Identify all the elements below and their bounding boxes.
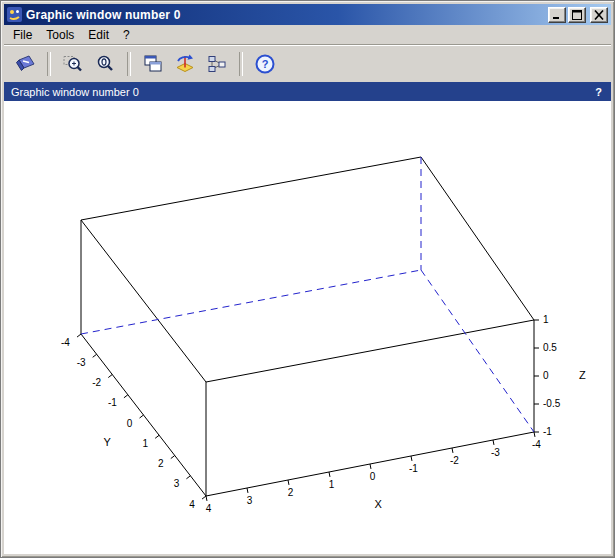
dockbar: Graphic window number 0 ? — [4, 82, 611, 101]
axes3d-plot: -4-3-2-101234Y43210-1-2-3-4X10.50-0.5-1Z — [4, 101, 611, 554]
menubar: FileToolsEdit? — [4, 25, 611, 44]
x-tick-label: 1 — [329, 479, 335, 490]
y-axis: -4-3-2-101234Y — [61, 334, 206, 510]
z-axis-label: Z — [579, 369, 586, 381]
z-tick-label: 0 — [543, 370, 549, 381]
menu-item-edit[interactable]: Edit — [81, 26, 116, 44]
x-tick-label: 4 — [206, 503, 212, 514]
unzoom-icon — [94, 53, 116, 75]
x-tick-label: -2 — [450, 455, 459, 466]
y-tick-label: 0 — [127, 418, 133, 429]
z-tick-label: -0.5 — [543, 398, 561, 409]
app-icon — [7, 7, 22, 22]
x-tick-label: 2 — [288, 487, 294, 498]
minimize-icon — [551, 10, 563, 20]
window-title: Graphic window number 0 — [26, 8, 542, 22]
minimize-button[interactable] — [548, 7, 566, 23]
menu-item-tools[interactable]: Tools — [39, 26, 81, 44]
help-icon: ? — [254, 53, 276, 75]
y-axis-label: Y — [103, 436, 111, 448]
print-export-button[interactable] — [9, 48, 41, 80]
menu-item-file[interactable]: File — [6, 26, 39, 44]
close-icon — [593, 10, 605, 20]
help-button[interactable]: ? — [249, 48, 281, 80]
toolbar-separator — [47, 52, 51, 76]
toolbar: ? — [4, 44, 611, 82]
titlebar[interactable]: Graphic window number 0 — [4, 4, 611, 25]
copy-button[interactable] — [137, 48, 169, 80]
svg-text:?: ? — [262, 58, 269, 70]
x-axis: 43210-1-2-3-4X — [206, 432, 542, 514]
z-tick-label: 0.5 — [543, 342, 557, 353]
graph-editor-button[interactable] — [201, 48, 233, 80]
y-tick-label: 3 — [174, 478, 180, 489]
y-tick-label: -2 — [92, 377, 101, 388]
dockbar-help-button[interactable]: ? — [593, 86, 604, 98]
z-tick-label: 1 — [543, 314, 549, 325]
graphic-window: Graphic window number 0 FileToolsEdit? ?… — [0, 0, 615, 558]
rotate-3d-icon — [174, 53, 196, 75]
box-hidden-edges — [81, 157, 534, 432]
z-axis: 10.50-0.5-1Z — [534, 314, 586, 437]
x-tick-label: 3 — [247, 495, 253, 506]
maximize-button[interactable] — [568, 7, 586, 23]
close-button[interactable] — [590, 7, 608, 23]
box-visible-edges — [81, 157, 534, 496]
y-tick-label: 1 — [142, 438, 148, 449]
x-tick-label: -3 — [491, 447, 500, 458]
menu-item-help[interactable]: ? — [116, 26, 137, 44]
copy-icon — [142, 53, 164, 75]
toolbar-separator — [127, 52, 131, 76]
y-tick-label: -3 — [77, 357, 86, 368]
rotate-3d-button[interactable] — [169, 48, 201, 80]
dockbar-title: Graphic window number 0 — [11, 86, 139, 98]
x-axis-label: X — [374, 498, 382, 510]
unzoom-button[interactable] — [89, 48, 121, 80]
y-tick-label: -4 — [61, 337, 70, 348]
graph-editor-icon — [206, 53, 228, 75]
x-tick-label: -4 — [532, 439, 541, 450]
x-tick-label: 0 — [370, 471, 376, 482]
toolbar-separator — [239, 52, 243, 76]
x-tick-label: -1 — [409, 463, 418, 474]
plot-canvas[interactable]: -4-3-2-101234Y43210-1-2-3-4X10.50-0.5-1Z — [4, 101, 611, 554]
y-tick-label: -1 — [108, 397, 117, 408]
print-export-icon — [14, 53, 36, 75]
zoom-area-button[interactable] — [57, 48, 89, 80]
y-tick-label: 4 — [189, 499, 195, 510]
maximize-icon — [571, 10, 583, 20]
zoom-area-icon — [62, 53, 84, 75]
z-tick-label: -1 — [543, 426, 552, 437]
window-controls — [546, 7, 608, 23]
y-tick-label: 2 — [158, 458, 164, 469]
